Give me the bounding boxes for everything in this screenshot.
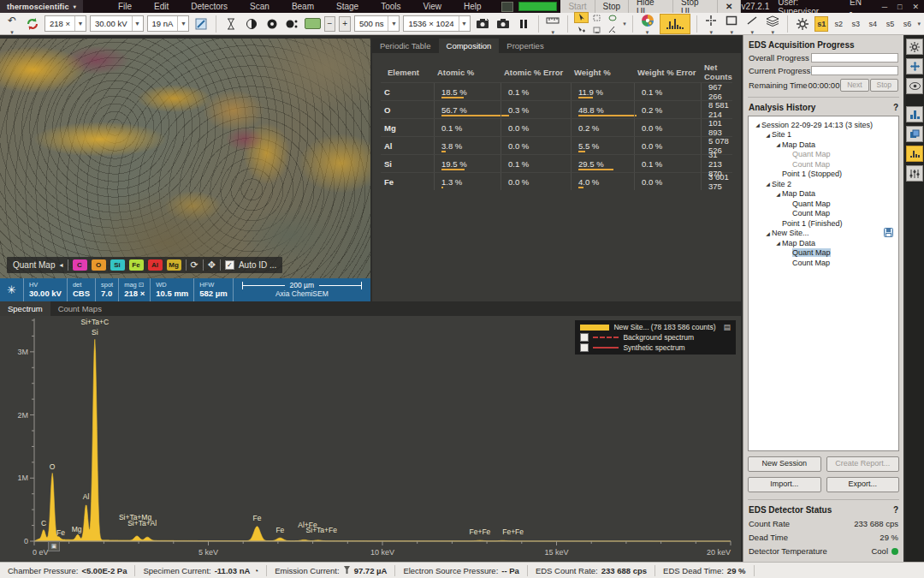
tree-node-count-map[interactable]: Count Map [750, 159, 897, 170]
tab-composition[interactable]: Composition [439, 39, 500, 53]
spectrum-image-icon[interactable]: ▣ [48, 541, 60, 551]
tab-spectrum[interactable]: Spectrum [0, 301, 50, 316]
pause-icon[interactable] [515, 15, 532, 33]
reduce-area-tool-icon[interactable] [589, 24, 604, 35]
beam-settings-icon[interactable] [192, 15, 210, 33]
brightness-icon[interactable] [264, 15, 281, 33]
line-tool-icon[interactable] [743, 12, 761, 29]
help-icon[interactable]: ? [893, 103, 898, 112]
table-row[interactable]: O 56.7 % 0.3 % 48.8 % 0.2 % 8 581 214 [381, 100, 732, 118]
rect-selection-icon[interactable] [589, 12, 604, 23]
create-report-button[interactable]: Create Report... [826, 456, 900, 472]
save-site-icon[interactable] [884, 228, 893, 239]
tree-node-quant-map-selected[interactable]: Quant Map [750, 248, 897, 259]
menu-stage[interactable]: Stage [325, 2, 370, 11]
import-button[interactable]: Import... [748, 477, 821, 492]
beam-current-select[interactable]: 19 nA▼ [147, 15, 190, 32]
eye-icon[interactable] [906, 78, 923, 94]
element-chip-si[interactable]: Si [110, 259, 125, 271]
tree-node-count-map[interactable]: Count Map [750, 209, 897, 219]
menu-scan[interactable]: Scan [239, 2, 281, 11]
tree-node-map-data[interactable]: ◢Map Data [750, 140, 897, 150]
start-button[interactable]: Start [560, 0, 595, 13]
tree-node-quant-map[interactable]: Quant Map [750, 150, 897, 160]
app-logo[interactable]: thermoscientific ▾ [0, 0, 83, 13]
magnification-select[interactable]: 218 ×▼ [44, 15, 86, 32]
menu-help[interactable]: Help [453, 2, 493, 11]
layers-icon[interactable] [764, 12, 781, 29]
polygon-tool-icon[interactable] [605, 24, 619, 35]
auto-id-checkbox[interactable]: ✓ [225, 260, 234, 270]
refresh-icon[interactable]: ⟳ [191, 259, 198, 271]
move-tool-icon[interactable] [906, 58, 923, 74]
tab-count-maps[interactable]: Count Maps [50, 301, 110, 316]
legend-item-site[interactable]: New Site... (78 183 586 counts) ▤ [580, 323, 731, 331]
tree-node-point1[interactable]: Point 1 (Stopped) [750, 170, 897, 180]
move-overlay-icon[interactable]: ✥ [208, 259, 216, 271]
detector-view-icon[interactable] [906, 126, 923, 142]
signal-settings-icon[interactable] [906, 165, 923, 182]
chevron-down-icon[interactable]: ▾ [917, 21, 921, 27]
collapse-left-icon[interactable]: ◂ [59, 261, 62, 269]
element-chip-fe[interactable]: Fe [129, 259, 144, 271]
new-session-button[interactable]: New Session [748, 456, 821, 472]
scene-s4-button[interactable]: s4 [866, 16, 880, 32]
legend-camera-icon[interactable]: ▤ [723, 323, 731, 331]
tree-node-count-map[interactable]: Count Map [750, 258, 897, 268]
snapshot-icon[interactable] [474, 15, 491, 33]
close-acquisition-icon[interactable]: ✕ [718, 0, 741, 13]
contrast-icon[interactable] [243, 15, 260, 33]
spectrum-strip-icon[interactable] [906, 146, 923, 162]
pointer-tool-icon[interactable] [574, 12, 589, 23]
tab-properties[interactable]: Properties [499, 39, 551, 53]
element-chip-o[interactable]: O [92, 259, 106, 271]
stage-navigation-icon[interactable] [24, 15, 41, 33]
dwell-increase-button[interactable]: + [339, 16, 351, 32]
sem-micrograph[interactable] [0, 39, 370, 278]
window-maximize-icon[interactable]: □ [897, 3, 902, 11]
undo-icon[interactable]: ↶ [3, 12, 21, 29]
window-close-icon[interactable]: ✕ [912, 3, 919, 11]
synthetic-spectrum-checkbox[interactable] [580, 343, 589, 352]
window-minimize-icon[interactable]: ─ [882, 3, 887, 11]
element-chip-mg[interactable]: Mg [167, 259, 181, 271]
bar-chart-icon[interactable] [906, 106, 923, 122]
high-voltage-select[interactable]: 30.00 kV▼ [90, 15, 144, 32]
eds-spectrum-chart[interactable]: 01M2M3M0 eV5 keV10 keV15 keV20 keVSi+Ta+… [0, 315, 741, 562]
scene-s3-button[interactable]: s3 [849, 16, 862, 32]
element-chip-al[interactable]: Al [148, 259, 163, 271]
resolution-select[interactable]: 1536 × 1024▼ [403, 15, 470, 32]
dwell-decrease-button[interactable]: − [324, 16, 336, 32]
scene-s5-button[interactable]: s5 [883, 16, 897, 32]
tree-node-map-data[interactable]: ◢Map Data [750, 189, 897, 200]
tree-node-site2[interactable]: ◢Site 2 [750, 179, 897, 189]
menu-tools[interactable]: Tools [370, 2, 412, 11]
chevron-down-icon[interactable]: ▾ [623, 21, 626, 27]
tree-node-map-data[interactable]: ◢Map Data [750, 238, 897, 248]
scene-s6-button[interactable]: s6 [900, 16, 914, 32]
next-button[interactable]: Next [840, 79, 868, 92]
beam-blank-icon[interactable] [222, 15, 240, 33]
element-chip-c[interactable]: C [73, 259, 87, 271]
crosshair-tool-icon[interactable] [702, 12, 720, 29]
spectrum-view-icon[interactable] [660, 14, 690, 34]
tree-node-quant-map[interactable]: Quant Map [750, 199, 897, 209]
table-row[interactable]: Si 19.5 % 0.1 % 29.5 % 0.1 % 31 213 870 [381, 154, 732, 172]
color-wheel-icon[interactable] [639, 12, 656, 29]
menu-edit[interactable]: Edit [143, 2, 180, 11]
measurement-tool-icon[interactable] [544, 12, 561, 29]
help-icon[interactable]: ? [893, 505, 898, 515]
menu-file[interactable]: File [107, 2, 143, 11]
menu-detectors[interactable]: Detectors [180, 2, 239, 11]
table-row[interactable]: Fe 1.3 % 0.0 % 4.0 % 0.0 % 3 601 375 [381, 172, 732, 190]
table-row[interactable]: C 18.5 % 0.1 % 11.9 % 0.1 % 967 266 [381, 82, 732, 100]
hide-ui-button[interactable]: Hide UI [629, 0, 673, 13]
lasso-selection-icon[interactable] [605, 12, 619, 23]
background-spectrum-checkbox[interactable] [580, 333, 589, 342]
table-row[interactable]: Mg 0.1 % 0.0 % 0.2 % 0.0 % 101 893 [381, 118, 732, 136]
settings-gear-icon[interactable] [906, 39, 923, 55]
scene-s2-button[interactable]: s2 [832, 16, 845, 32]
stop-acquisition-button[interactable]: Stop [870, 79, 899, 92]
menu-beam[interactable]: Beam [281, 2, 325, 11]
tree-node-new-site[interactable]: ◢New Site... [750, 229, 897, 239]
